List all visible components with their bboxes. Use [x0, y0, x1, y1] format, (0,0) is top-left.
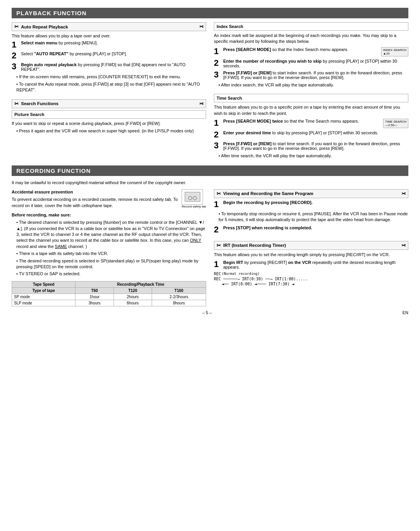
table-header-speed: Tape Speed — [12, 281, 75, 287]
auto-repeat-intro: This feature allows you to play a tape o… — [12, 33, 206, 39]
slp-mode-label: SLP mode — [12, 300, 75, 306]
tape-table: Tape Speed Recording/Playback Time Type … — [12, 281, 206, 306]
before-bullet-1: The desired channel is selected by press… — [12, 220, 206, 250]
recording-section: RECORDING FUNCTION It may be unlawful to… — [12, 165, 408, 306]
irt-line1: REC (Normal recording) — [214, 272, 408, 276]
table-header-time: Recording/Playback Time — [75, 281, 206, 287]
index-search-header: Index Search — [214, 22, 408, 31]
time-step-3: 3 Press [F.FWD] or [REW] to start time s… — [214, 141, 408, 151]
cassette-figure: Record safety tab — [182, 189, 206, 208]
picture-search-header: Picture Search — [12, 110, 206, 119]
before-bullet-4: TV STEREO or SAP is selected. — [12, 271, 206, 277]
step-3-auto: 3 Begin auto repeat playback by pressing… — [12, 62, 206, 72]
table-row: SLP mode 3hours 6hours 8hours — [12, 300, 206, 306]
time-step-1: 1 Press [SEARCH MODE] twice so that the … — [214, 119, 408, 128]
recording-left: Accidental erasure prevention To prevent… — [12, 189, 206, 306]
step-text-3: Begin auto repeat playback by pressing [… — [21, 62, 206, 72]
irt-intro: This feature allows you to set the recor… — [214, 252, 408, 258]
irt-step-text-1: Begin IRT by pressing [REC/IRT] on the V… — [223, 260, 408, 269]
auto-bullet-2: To cancel the Auto repeat mode, press [F… — [12, 81, 206, 93]
search-functions-header: Search Functions — [12, 99, 206, 108]
playback-right: Index Search An index mark will be assig… — [214, 22, 408, 160]
sp-t60: 1hour — [75, 294, 114, 300]
page-number: – 5 – — [202, 310, 212, 315]
irt-step-1: 1 Begin IRT by pressing [REC/IRT] on the… — [214, 260, 408, 269]
time-step-num-1: 1 — [214, 119, 221, 127]
step-2-auto: 2 Select "AUTO REPEAT" by pressing [PLAY… — [12, 51, 206, 60]
recording-right: Viewing and Recording the Same Program 1… — [214, 189, 408, 306]
table-subheader-type: Type of tape — [12, 287, 75, 294]
sp-t120: 2hours — [114, 294, 152, 300]
irt-diagram: REC (Normal recording) REC ──────→ IRT(0… — [214, 272, 408, 286]
before-bullet-3: The desired recording speed is selected … — [12, 258, 206, 270]
rec-step-text-2: Press [STOP] when recording is completed… — [223, 225, 408, 230]
auto-repeat-header: Auto Repeat Playback — [12, 22, 206, 31]
time-step-text-1: Press [SEARCH MODE] twice so that the Ti… — [223, 119, 408, 128]
time-step-num-2: 2 — [214, 130, 221, 139]
irt-line2: REC ──────→ IRT(0:30) ──→ IRT(1:00)..... — [214, 277, 408, 281]
step-num-3: 3 — [12, 62, 19, 71]
index-search-intro: An index mark will be assigned at the be… — [214, 33, 408, 45]
picture-search-bullet: Press it again and the VCR will now sear… — [12, 128, 206, 134]
rec-step-text-1: Begin the recording by pressing [RECORD]… — [223, 200, 408, 205]
step-text-1: Select main menu by pressing [MENU]. — [21, 40, 206, 45]
time-step-num-3: 3 — [214, 141, 221, 150]
index-bullet: After index search, the VCR will play th… — [214, 82, 408, 88]
index-step-text-2: Enter the number of recordings you wish … — [223, 59, 408, 68]
time-search-header: Time Search — [214, 94, 408, 102]
table-subheader-t160: T160 — [152, 287, 206, 294]
index-step-3: 3 Press [F.FWD] or [REW] to start index … — [214, 70, 408, 80]
recording-intro: It may be unlawful to record copyrighted… — [12, 180, 408, 186]
index-step-num-3: 3 — [214, 70, 221, 79]
sp-t160: 2-2/3hours — [152, 294, 206, 300]
slp-t160: 8hours — [152, 300, 206, 306]
step-text-2: Select "AUTO REPEAT" by pressing [PLAY] … — [21, 51, 206, 56]
index-step-num-1: 1 — [214, 47, 221, 56]
time-step-2: 2 Enter your desired time to skip by pre… — [214, 130, 408, 139]
index-search-img: INDEX SEARCH▲10 — [381, 47, 408, 56]
irt-step-num-1: 1 — [214, 260, 221, 269]
table-row: SP mode 1hour 2hours 2-2/3hours — [12, 294, 206, 300]
index-step-num-2: 2 — [214, 59, 221, 67]
recording-title: RECORDING FUNCTION — [12, 165, 408, 176]
step-num-1: 1 — [12, 40, 19, 49]
page-footer: – 5 – EN — [12, 310, 408, 315]
rec-bullet: To temporarily stop recording or resume … — [214, 211, 408, 223]
rec-step-1: 1 Begin the recording by pressing [RECOR… — [214, 200, 408, 209]
viewing-recording-header: Viewing and Recording the Same Program — [214, 189, 408, 198]
cassette-caption: Record safety tab — [182, 205, 206, 208]
table-subheader-t60: T60 — [75, 287, 114, 294]
time-bullet: After time search, the VCR will play the… — [214, 153, 408, 159]
lang-label: EN — [402, 310, 408, 315]
playback-title: PLAYBACK FUNCTION — [12, 8, 408, 18]
index-step-2: 2 Enter the number of recordings you wis… — [214, 59, 408, 68]
rec-step-num-2: 2 — [214, 225, 221, 234]
index-step-text-1: Press [SEARCH MODE] so that the Index Se… — [223, 47, 408, 56]
slp-t60: 3hours — [75, 300, 114, 306]
rec-step-2: 2 Press [STOP] when recording is complet… — [214, 225, 408, 234]
table-subheader-t120: T120 — [114, 287, 152, 294]
playback-section: PLAYBACK FUNCTION Auto Repeat Playback T… — [12, 8, 408, 160]
step-1-auto: 1 Select main menu by pressing [MENU]. — [12, 40, 206, 49]
rec-step-num-1: 1 — [214, 200, 221, 209]
index-step-text-3: Press [F.FWD] or [REW] to start index se… — [223, 70, 408, 80]
slp-t120: 6hours — [114, 300, 152, 306]
picture-search-text: If you want to skip or repeat a scene du… — [12, 121, 206, 127]
accidental-text: To prevent accidental recording on a rec… — [12, 197, 178, 209]
irt-line3: ◄── IRT(8:00) ◄──── IRT(7:30) ◄ — [214, 282, 408, 286]
auto-bullet-1: If the on-screen menu still remains, pre… — [12, 74, 206, 80]
time-search-img: TIME SEARCH—2:50— — [383, 119, 408, 128]
irt-header: IRT (Instant Recording Timer) — [214, 241, 408, 250]
time-step-text-2: Enter your desired time to skip by press… — [223, 130, 408, 135]
before-recording-header: Before recording, make sure: — [12, 212, 206, 218]
sp-mode-label: SP mode — [12, 294, 75, 300]
playback-left: Auto Repeat Playback This feature allows… — [12, 22, 206, 160]
time-step-text-3: Press [F.FWD] or [REW] to start time sea… — [223, 141, 408, 151]
accidental-header: Accidental erasure prevention — [12, 189, 178, 195]
time-search-intro: This feature allows you to go to a speci… — [214, 104, 408, 116]
step-num-2: 2 — [12, 51, 19, 60]
before-bullet-2: There is a tape with its safety tab into… — [12, 251, 206, 257]
index-step-1: 1 Press [SEARCH MODE] so that the Index … — [214, 47, 408, 56]
